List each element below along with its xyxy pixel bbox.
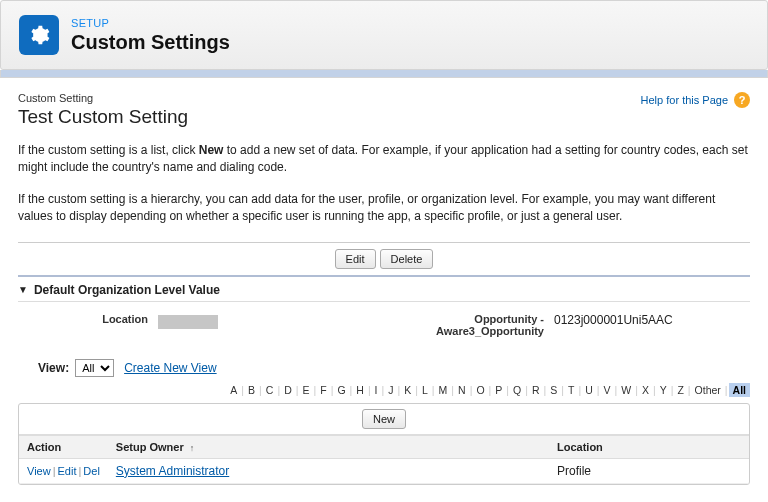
alpha-filter-m[interactable]: M [436, 383, 451, 397]
delete-button[interactable]: Delete [380, 249, 434, 269]
col-location: Location [549, 435, 749, 458]
edit-button[interactable]: Edit [335, 249, 376, 269]
page-header: SETUP Custom Settings [0, 0, 768, 70]
description-1: If the custom setting is a list, click N… [18, 142, 750, 177]
table-body: View|Edit|DelSystem AdministratorProfile [19, 458, 749, 483]
row-edit-link[interactable]: Edit [58, 465, 77, 477]
alpha-filter-w[interactable]: W [618, 383, 634, 397]
section-title: Default Organization Level Value [34, 283, 220, 297]
alpha-filter-d[interactable]: D [281, 383, 295, 397]
col-owner[interactable]: Setup Owner ↑ [108, 435, 549, 458]
opportunity-value: 0123j000001Uni5AAC [554, 310, 673, 327]
row-view-link[interactable]: View [27, 465, 51, 477]
col-action: Action [19, 435, 108, 458]
alpha-filter-other[interactable]: Other [692, 383, 724, 397]
cell-owner: System Administrator [108, 458, 549, 483]
alpha-filter-t[interactable]: T [565, 383, 577, 397]
new-button[interactable]: New [362, 409, 406, 429]
alpha-filter-q[interactable]: Q [510, 383, 524, 397]
alpha-filter-y[interactable]: Y [657, 383, 670, 397]
title-left: Custom Setting Test Custom Setting [18, 92, 188, 128]
header-title: Custom Settings [71, 31, 230, 54]
alpha-filter-s[interactable]: S [547, 383, 560, 397]
cell-location: Profile [549, 458, 749, 483]
table-header-row: Action Setup Owner ↑ Location [19, 435, 749, 458]
alpha-filter-p[interactable]: P [492, 383, 505, 397]
location-value [158, 310, 218, 329]
alpha-filter-b[interactable]: B [245, 383, 258, 397]
col-owner-label: Setup Owner [116, 441, 184, 453]
create-new-view-link[interactable]: Create New View [124, 361, 216, 375]
alpha-filter-a[interactable]: A [227, 383, 240, 397]
gear-icon [19, 15, 59, 55]
alpha-filter-g[interactable]: G [334, 383, 348, 397]
record-button-row: Edit Delete [18, 242, 750, 277]
alpha-filter-o[interactable]: O [473, 383, 487, 397]
detail-location: Location [18, 310, 384, 337]
alpha-filter-j[interactable]: J [385, 383, 396, 397]
alpha-filter-u[interactable]: U [582, 383, 596, 397]
desc1-bold: New [199, 143, 224, 157]
title-row: Custom Setting Test Custom Setting Help … [18, 92, 750, 128]
action-links: View|Edit|Del [27, 464, 100, 478]
detail-opportunity: Opportunity - Aware3_Opportunity 0123j00… [384, 310, 750, 337]
setup-label: SETUP [71, 17, 230, 29]
table-new-row: New [19, 404, 749, 435]
alpha-filter-x[interactable]: X [639, 383, 652, 397]
alpha-filter-e[interactable]: E [299, 383, 312, 397]
table-wrap: New Action Setup Owner ↑ Location View|E… [18, 403, 750, 485]
cell-action: View|Edit|Del [19, 458, 108, 483]
detail-grid: Location Opportunity - Aware3_Opportunit… [18, 302, 750, 355]
alpha-filter-r[interactable]: R [529, 383, 543, 397]
alpha-filter-i[interactable]: I [372, 383, 381, 397]
description-2: If the custom setting is a hierarchy, yo… [18, 191, 750, 226]
opportunity-label: Opportunity - Aware3_Opportunity [384, 310, 554, 337]
alpha-filter-l[interactable]: L [419, 383, 431, 397]
view-select[interactable]: All [75, 359, 114, 377]
alpha-filter-row: A|B|C|D|E|F|G|H|I|J|K|L|M|N|O|P|Q|R|S|T|… [18, 383, 750, 397]
table-row: View|Edit|DelSystem AdministratorProfile [19, 458, 749, 483]
alpha-filter-f[interactable]: F [317, 383, 329, 397]
help-link[interactable]: Help for this Page [641, 94, 728, 106]
owner-link[interactable]: System Administrator [116, 464, 229, 478]
header-text: SETUP Custom Settings [71, 17, 230, 54]
view-row: View: All Create New View [38, 359, 750, 377]
help-icon[interactable]: ? [734, 92, 750, 108]
location-redacted [158, 315, 218, 329]
page-subtitle: Custom Setting [18, 92, 188, 104]
desc1-pre: If the custom setting is a list, click [18, 143, 199, 157]
alpha-filter-h[interactable]: H [353, 383, 367, 397]
location-label: Location [18, 310, 158, 325]
section-default-org-level[interactable]: ▼ Default Organization Level Value [18, 277, 750, 302]
alpha-filter-z[interactable]: Z [674, 383, 686, 397]
alpha-filter-all[interactable]: All [729, 383, 750, 397]
page-title: Test Custom Setting [18, 106, 188, 128]
sort-asc-icon: ↑ [190, 443, 195, 453]
data-table: Action Setup Owner ↑ Location View|Edit|… [19, 435, 749, 484]
chevron-down-icon: ▼ [18, 284, 28, 295]
title-right: Help for this Page ? [641, 92, 750, 108]
action-separator: | [51, 465, 58, 477]
alpha-filter-c[interactable]: C [263, 383, 277, 397]
row-del-link[interactable]: Del [83, 465, 100, 477]
alpha-filter-n[interactable]: N [455, 383, 469, 397]
alpha-filter-k[interactable]: K [401, 383, 414, 397]
alpha-filter-v[interactable]: V [601, 383, 614, 397]
view-label: View: [38, 361, 69, 375]
content-area: Custom Setting Test Custom Setting Help … [0, 78, 768, 502]
header-separator [0, 70, 768, 78]
